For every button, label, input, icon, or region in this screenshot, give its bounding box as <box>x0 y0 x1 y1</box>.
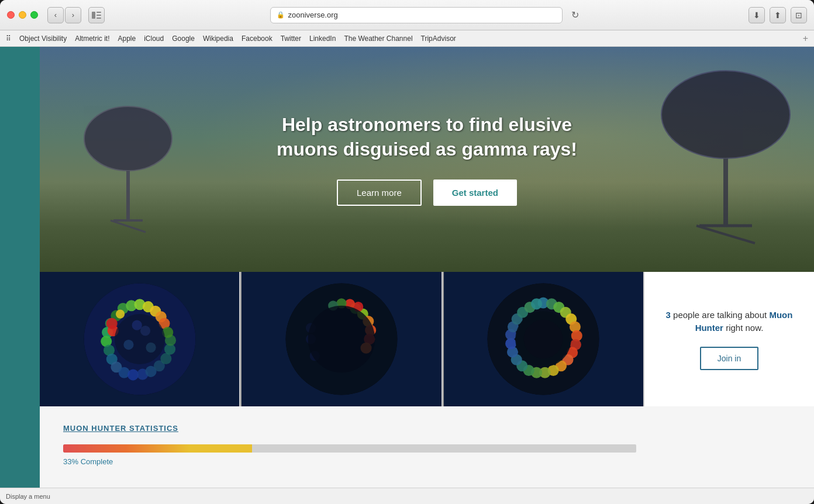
svg-rect-3 <box>96 18 101 19</box>
bookmark-weather-channel[interactable]: The Weather Channel <box>344 34 412 43</box>
lock-icon: 🔒 <box>277 11 285 19</box>
muon-image-1: hex grid 1 <box>40 272 240 406</box>
telescope-left-decoration <box>78 103 178 250</box>
reload-button[interactable]: ↻ <box>567 7 584 23</box>
muon-hex-3 <box>482 278 605 401</box>
forward-button[interactable]: › <box>65 7 81 23</box>
svg-rect-1 <box>96 12 101 13</box>
get-started-button[interactable]: Get started <box>433 179 517 206</box>
bookmark-icloud[interactable]: iCloud <box>144 34 164 43</box>
bookmark-facebook[interactable]: Facebook <box>242 34 273 43</box>
back-button[interactable]: ‹ <box>47 7 64 23</box>
svg-point-37 <box>160 353 171 364</box>
traffic-lights <box>7 11 38 19</box>
add-bookmark-button[interactable]: + <box>803 33 808 44</box>
svg-rect-0 <box>92 12 95 19</box>
muon-hex-2 <box>280 278 403 401</box>
svg-point-4 <box>84 106 172 171</box>
maximize-button[interactable] <box>30 11 38 19</box>
minimize-button[interactable] <box>19 11 26 19</box>
svg-point-90 <box>531 298 542 309</box>
statistics-section: MUON HUNTER STATISTICS 33% Complete <box>40 406 814 484</box>
browser-content: Help astronomers to find elusive muons d… <box>0 47 814 488</box>
bookmark-tripadvisor[interactable]: TripAdvisor <box>421 34 456 43</box>
svg-point-27 <box>106 318 117 329</box>
stats-title[interactable]: MUON HUNTER STATISTICS <box>63 424 791 433</box>
social-panel: 3 people are talking about Muon Hunter r… <box>644 272 814 406</box>
muon-image-3 <box>444 272 644 406</box>
toolbar-right: ⬇ ⬆ ⊡ <box>749 7 807 23</box>
url-text: zooniverse.org <box>288 11 338 19</box>
svg-point-44 <box>132 320 142 330</box>
learn-more-button[interactable]: Learn more <box>337 179 422 206</box>
svg-point-42 <box>123 340 133 350</box>
muon-image-2 <box>242 272 442 406</box>
svg-point-33 <box>127 370 139 381</box>
hero-title: Help astronomers to find elusive muons d… <box>251 113 602 161</box>
url-bar[interactable]: 🔒 zooniverse.org <box>270 7 563 23</box>
bookmark-apple[interactable]: Apple <box>118 34 136 43</box>
svg-point-8 <box>661 71 790 158</box>
titlebar: ‹ › 🔒 zooniverse.org ↻ ⬇ ⬆ ⊡ <box>0 0 814 30</box>
browser-window: ‹ › 🔒 zooniverse.org ↻ ⬇ ⬆ ⊡ ⠿ Object Vi… <box>0 0 814 504</box>
browser-sidebar <box>0 47 40 488</box>
progress-label: 33% Complete <box>63 457 791 466</box>
download-button[interactable]: ⬇ <box>749 7 765 23</box>
close-button[interactable] <box>7 11 15 19</box>
progress-bar-container <box>63 444 636 453</box>
telescope-right-decoration <box>653 68 799 261</box>
svg-point-43 <box>140 326 150 336</box>
bookmark-linkedin[interactable]: LinkedIn <box>309 34 336 43</box>
social-count: 3 <box>666 310 671 320</box>
muon-hex-1: hex grid 1 <box>78 278 201 401</box>
bookmark-google[interactable]: Google <box>172 34 195 43</box>
svg-point-45 <box>146 343 156 353</box>
svg-point-28 <box>116 309 125 318</box>
hero-section: Help astronomers to find elusive muons d… <box>40 47 814 272</box>
hero-content: Help astronomers to find elusive muons d… <box>251 113 602 205</box>
url-bar-area: 🔒 zooniverse.org ↻ <box>109 7 744 23</box>
page-content: Help astronomers to find elusive muons d… <box>40 47 814 488</box>
bookmark-grid-icon[interactable]: ⠿ <box>6 34 11 43</box>
share-button[interactable]: ⬆ <box>770 7 786 23</box>
svg-line-11 <box>696 226 755 243</box>
svg-point-92 <box>524 320 563 359</box>
status-bar: Display a menu <box>0 488 814 504</box>
svg-point-62 <box>308 306 375 373</box>
status-text: Display a menu <box>6 493 50 500</box>
svg-line-7 <box>111 220 146 232</box>
sidebar-toggle-button[interactable] <box>88 7 105 23</box>
bookmark-altmetric[interactable]: Altmetric it! <box>75 34 109 43</box>
bookmark-object-visibility[interactable]: Object Visibility <box>19 34 67 43</box>
svg-rect-2 <box>96 15 101 16</box>
join-in-button[interactable]: Join in <box>700 347 758 370</box>
bookmarks-bar: ⠿ Object Visibility Altmetric it! Apple … <box>0 30 814 47</box>
project-name: Muon Hunter <box>695 310 793 333</box>
new-tab-button[interactable]: ⊡ <box>791 7 807 23</box>
bookmark-wikipedia[interactable]: Wikipedia <box>203 34 233 43</box>
hero-buttons: Learn more Get started <box>251 179 602 206</box>
muon-images-section: hex grid 1 <box>40 272 814 406</box>
nav-arrows: ‹ › <box>47 7 81 23</box>
social-talking-text: 3 people are talking about Muon Hunter r… <box>656 309 802 335</box>
bookmark-twitter[interactable]: Twitter <box>281 34 301 43</box>
progress-bar-fill <box>63 444 252 453</box>
